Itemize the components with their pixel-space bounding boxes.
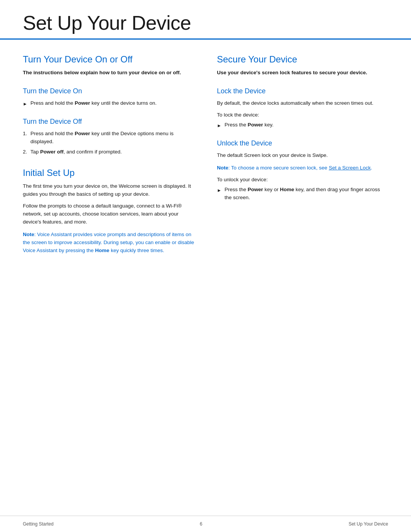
page-title: Set Up Your Device xyxy=(23,12,388,34)
turn-on-subsection: Turn the Device On ► Press and hold the … xyxy=(23,86,194,108)
bullet-arrow-icon: ► xyxy=(23,101,27,108)
page-container: Set Up Your Device Turn Your Device On o… xyxy=(0,0,411,532)
page-header: Set Up Your Device xyxy=(0,0,411,40)
unlock-device-para: The default Screen lock on your device i… xyxy=(217,152,388,160)
footer-left: Getting Started xyxy=(23,521,54,527)
lock-device-subsection: Lock the Device By default, the device l… xyxy=(217,86,388,129)
secure-device-heading: Secure Your Device xyxy=(217,53,388,65)
right-column: Secure Your Device Use your device's scr… xyxy=(217,53,388,502)
turn-device-heading: Turn Your Device On or Off xyxy=(23,53,194,65)
initial-setup-para2: Follow the prompts to choose a default l… xyxy=(23,202,194,226)
to-lock-label: To lock the device: xyxy=(217,111,388,119)
unlock-bullet-arrow-icon: ► xyxy=(217,187,221,194)
lock-device-para: By default, the device locks automatical… xyxy=(217,99,388,107)
turn-off-item-2: 2. Tap Power off, and confirm if prompte… xyxy=(23,148,194,156)
turn-on-text: Press and hold the Power key until the d… xyxy=(30,99,157,107)
secure-device-section: Secure Your Device Use your device's scr… xyxy=(217,53,388,202)
turn-off-list: 1. Press and hold the Power key until th… xyxy=(23,130,194,156)
set-screen-lock-link[interactable]: Set a Screen Lock xyxy=(329,165,371,171)
lock-bullet-text: Press the Power key. xyxy=(225,121,274,129)
turn-on-heading: Turn the Device On xyxy=(23,86,194,96)
turn-device-intro: The instructions below explain how to tu… xyxy=(23,69,194,77)
turn-device-section: Turn Your Device On or Off The instructi… xyxy=(23,53,194,156)
initial-setup-heading: Initial Set Up xyxy=(23,167,194,179)
turn-off-item-1: 1. Press and hold the Power key until th… xyxy=(23,130,194,146)
footer-right: Set Up Your Device xyxy=(349,521,388,527)
turn-off-subsection: Turn the Device Off 1. Press and hold th… xyxy=(23,117,194,156)
left-column: Turn Your Device On or Off The instructi… xyxy=(23,53,194,502)
page-content: Turn Your Device On or Off The instructi… xyxy=(0,40,411,532)
lock-bullet-arrow-icon: ► xyxy=(217,122,221,129)
initial-setup-section: Initial Set Up The first time you turn y… xyxy=(23,167,194,255)
unlock-bullet: ► Press the Power key or Home key, and t… xyxy=(217,186,388,202)
lock-bullet: ► Press the Power key. xyxy=(217,121,388,129)
page-footer: Getting Started 6 Set Up Your Device xyxy=(0,516,411,532)
unlock-device-heading: Unlock the Device xyxy=(217,138,388,149)
secure-device-intro: Use your device's screen lock features t… xyxy=(217,69,388,77)
turn-on-bullet: ► Press and hold the Power key until the… xyxy=(23,99,194,108)
initial-setup-note: Note: Voice Assistant provides voice pro… xyxy=(23,231,194,255)
to-unlock-label: To unlock your device: xyxy=(217,176,388,184)
unlock-device-subsection: Unlock the Device The default Screen loc… xyxy=(217,138,388,202)
turn-off-heading: Turn the Device Off xyxy=(23,117,194,127)
footer-page-number: 6 xyxy=(200,521,202,527)
lock-device-heading: Lock the Device xyxy=(217,86,388,96)
unlock-bullet-text: Press the Power key or Home key, and the… xyxy=(225,186,388,202)
initial-setup-para1: The first time you turn your device on, … xyxy=(23,182,194,198)
unlock-note: Note: To choose a more secure screen loc… xyxy=(217,164,388,172)
